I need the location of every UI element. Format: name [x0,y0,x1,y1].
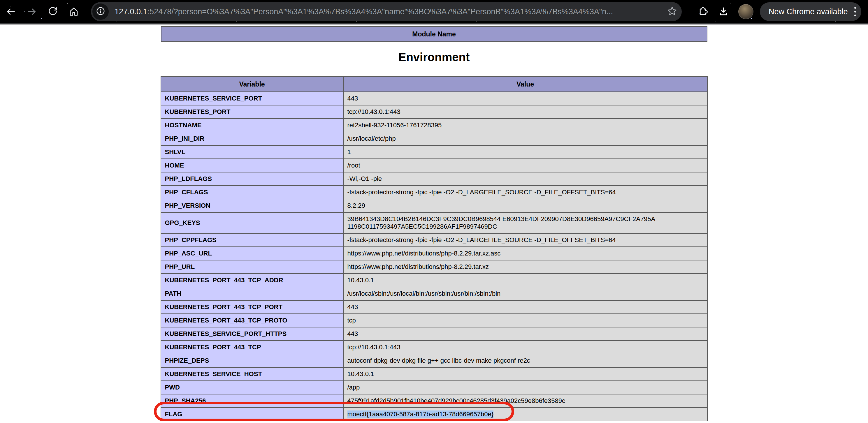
table-row: PHP_ASC_URL https://www.php.net/distribu… [161,247,707,260]
env-variable-value: -fstack-protector-strong -fpic -fpie -O2… [343,186,707,199]
table-row: KUBERNETES_PORT_443_TCP_PROTO tcp [161,314,707,327]
env-variable-value: 443 [343,92,707,105]
table-row: KUBERNETES_PORT_443_TCP_PORT 443 [161,300,707,314]
environment-table: Variable Value KUBERNETES_SERVICE_PORT 4… [161,76,708,421]
table-row: PHP_URL https://www.php.net/distribution… [161,260,707,273]
table-row: PHPIZE_DEPS autoconf dpkg-dev dpkg file … [161,354,707,367]
env-variable-name: KUBERNETES_PORT_443_TCP_PORT [161,300,343,314]
column-header-value: Value [343,76,707,92]
home-button[interactable] [68,5,80,18]
env-variable-value: tcp://10.43.0.1:443 [343,105,707,119]
download-icon [718,6,729,17]
env-variable-value: /root [343,159,707,172]
profile-avatar[interactable] [738,4,753,19]
env-variable-name: FLAG [161,408,343,421]
env-variable-name: PHP_LDFLAGS [161,172,343,186]
url-host: 127.0.0.1 [115,7,148,16]
env-variable-value: 443 [343,327,707,340]
table-row: KUBERNETES_PORT_443_TCP_ADDR 10.43.0.1 [161,273,707,287]
env-variable-value: autoconf dpkg-dev dpkg file g++ gcc libc… [343,354,707,367]
env-variable-value: 1 [343,145,707,159]
table-row: PHP_VERSION 8.2.29 [161,199,707,213]
forward-button[interactable] [26,5,38,18]
env-variable-value: /usr/local/etc/php [343,132,707,145]
env-variable-value: 10.43.0.1 [343,367,707,381]
chrome-update-label: New Chrome available [769,7,848,16]
table-row: GPG_KEYS 39B641343D8C104B2B146DC3F9C39DC… [161,213,707,233]
env-variable-value: tcp [343,314,707,327]
env-variable-name: PATH [161,287,343,300]
table-row: KUBERNETES_PORT_443_TCP tcp://10.43.0.1:… [161,340,707,354]
env-variable-name: PHP_CFLAGS [161,186,343,199]
env-variable-name: PHP_INI_DIR [161,132,343,145]
phpinfo-page: Module Name Environment Variable Value K… [0,25,868,421]
flag-value-selection[interactable]: moectf{1aaa4070-587a-817b-ad13-78d669657… [347,411,494,418]
env-variable-value: 10.43.0.1 [343,273,707,287]
env-variable-value: 8.2.29 [343,199,707,213]
env-variable-value: /usr/local/sbin:/usr/local/bin:/usr/sbin… [343,287,707,300]
env-variable-name: PHP_CPPFLAGS [161,233,343,247]
table-row: FLAG moectf{1aaa4070-587a-817b-ad13-78d6… [161,408,707,421]
table-row: KUBERNETES_SERVICE_HOST 10.43.0.1 [161,367,707,381]
toolbar-right-group: New Chrome available [696,2,861,21]
column-header-variable: Variable [161,76,343,92]
downloads-button[interactable] [717,5,730,18]
site-info-icon [96,6,105,17]
extensions-button[interactable] [696,5,709,18]
env-variable-value: moectf{1aaa4070-587a-817b-ad13-78d669657… [343,408,707,421]
url-path: :52478/?person=O%3A7%3A"PersonA"%3A1%3A%… [148,7,613,16]
browser-toolbar: 127.0.0.1:52478/?person=O%3A7%3A"PersonA… [0,0,868,25]
more-menu-icon[interactable] [854,7,856,16]
env-variable-name: KUBERNETES_PORT_443_TCP [161,340,343,354]
env-variable-name: PWD [161,381,343,394]
env-variable-name: PHPIZE_DEPS [161,354,343,367]
table-header-row: Variable Value [161,76,707,92]
env-variable-value: tcp://10.43.0.1:443 [343,340,707,354]
env-variable-value: https://www.php.net/distributions/php-8.… [343,247,707,260]
env-variable-name: PHP_URL [161,260,343,273]
env-variable-value: 475f991afd2d5b901fb410be407d929bc00c4628… [343,394,707,408]
back-button[interactable] [5,5,17,18]
extensions-icon [697,6,708,17]
env-variable-name: PHP_ASC_URL [161,247,343,260]
table-row: KUBERNETES_PORT tcp://10.43.0.1:443 [161,105,707,119]
bookmark-button[interactable] [666,5,678,18]
chrome-update-button[interactable]: New Chrome available [760,2,861,21]
table-row: HOME /root [161,159,707,172]
env-variable-name: KUBERNETES_PORT [161,105,343,119]
env-variable-value: 443 [343,300,707,314]
env-variable-name: KUBERNETES_SERVICE_PORT [161,92,343,105]
table-row: PHP_CFLAGS -fstack-protector-strong -fpi… [161,186,707,199]
url-text[interactable]: 127.0.0.1:52478/?person=O%3A7%3A"PersonA… [115,7,663,16]
table-row: PHP_LDFLAGS -Wl,-O1 -pie [161,172,707,186]
table-row: HOSTNAME ret2shell-932-11056-1761728395 [161,119,707,132]
env-variable-name: SHLVL [161,145,343,159]
address-bar[interactable]: 127.0.0.1:52478/?person=O%3A7%3A"PersonA… [91,2,682,21]
table-row: SHLVL 1 [161,145,707,159]
site-info-button[interactable] [92,3,109,20]
reload-button[interactable] [46,5,59,18]
bookmark-star-icon [666,12,678,18]
table-row: PATH /usr/local/sbin:/usr/local/bin:/usr… [161,287,707,300]
page-title: Environment [0,50,868,64]
reload-icon [48,6,58,17]
env-variable-value: -Wl,-O1 -pie [343,172,707,186]
table-row: KUBERNETES_SERVICE_PORT 443 [161,92,707,105]
env-variable-value: 39B641343D8C104B2B146DC3F9C39DC0B9698544… [343,213,707,233]
table-row: PWD /app [161,381,707,394]
env-variable-name: PHP_SHA256 [161,394,343,408]
env-variable-name: KUBERNETES_PORT_443_TCP_PROTO [161,314,343,327]
env-variable-value: /app [343,381,707,394]
env-variable-name: HOME [161,159,343,172]
env-variable-value: ret2shell-932-11056-1761728395 [343,119,707,132]
forward-icon [27,6,37,17]
back-icon [5,6,16,17]
table-row: PHP_SHA256 475f991afd2d5b901fb410be407d9… [161,394,707,408]
env-variable-name: KUBERNETES_SERVICE_HOST [161,367,343,381]
table-row: KUBERNETES_SERVICE_PORT_HTTPS 443 [161,327,707,340]
env-variable-value: -fstack-protector-strong -fpic -fpie -O2… [343,233,707,247]
env-variable-name: KUBERNETES_PORT_443_TCP_ADDR [161,273,343,287]
env-variable-name: GPG_KEYS [161,213,343,233]
module-name-table: Module Name [161,26,707,42]
home-icon [68,6,79,17]
